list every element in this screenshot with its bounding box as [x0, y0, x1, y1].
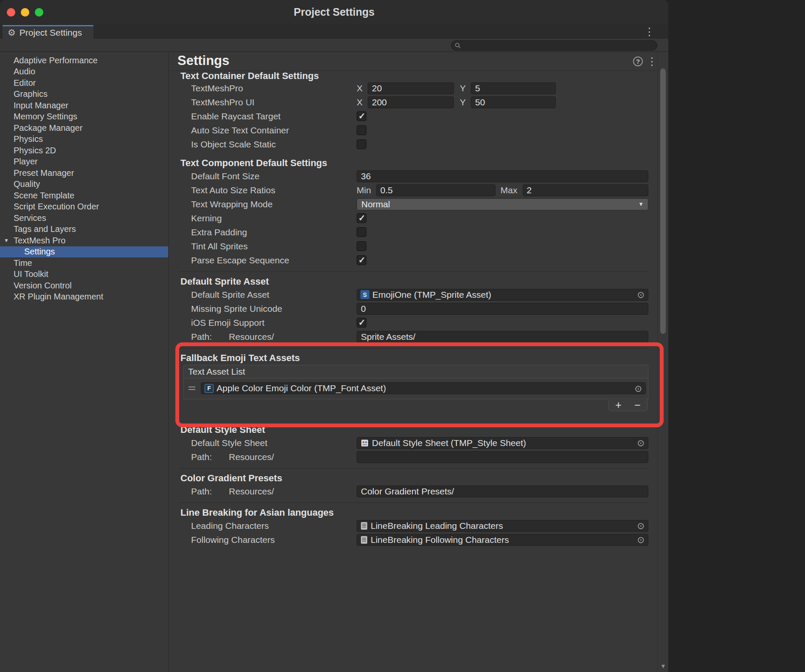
sidebar-item-memory-settings[interactable]: Memory Settings	[0, 111, 168, 123]
object-picker-icon[interactable]: ⊙	[633, 290, 645, 299]
vertical-scrollbar[interactable]: ▼	[657, 52, 668, 672]
sidebar-item-script-execution-order[interactable]: Script Execution Order	[0, 201, 168, 213]
sidebar-item-input-manager[interactable]: Input Manager	[0, 100, 168, 111]
section-divider	[169, 267, 657, 276]
text-asset-list: Text Asset List F Apple Color Emoji Colo…	[183, 365, 648, 411]
sprite-asset-path-field[interactable]: Sprite Assets/	[357, 331, 648, 343]
setting-label: Path: Resources/	[169, 486, 357, 497]
setting-row: Text Auto Size Ratios Min 0.5 Max 2	[169, 183, 657, 197]
textmeshpro-ui-x-field[interactable]: 200	[368, 96, 454, 108]
help-icon[interactable]: ?	[633, 56, 643, 66]
sidebar-item-adaptive-performance[interactable]: Adaptive Performance	[0, 55, 168, 66]
remove-button[interactable]: −	[628, 400, 647, 411]
sidebar-item-tags-and-layers[interactable]: Tags and Layers	[0, 224, 168, 235]
style-sheet-path-field[interactable]	[357, 451, 648, 463]
gear-icon: ⚙	[8, 28, 16, 37]
path-label: Path:	[191, 486, 229, 497]
default-style-sheet-object-field[interactable]: Default Style Sheet (TMP_Style Sheet) ⊙	[357, 437, 648, 449]
zoom-button[interactable]	[35, 8, 43, 17]
scroll-down-arrow-icon[interactable]: ▼	[660, 663, 666, 669]
object-picker-icon[interactable]: ⊙	[633, 535, 645, 544]
setting-row: iOS Emoji Support	[169, 316, 657, 330]
auto-size-max-field[interactable]: 2	[523, 184, 648, 196]
kerning-checkbox[interactable]	[357, 213, 366, 223]
missing-sprite-unicode-field[interactable]: 0	[357, 303, 648, 315]
minimize-button[interactable]	[21, 8, 29, 17]
sidebar-item-time[interactable]: Time	[0, 257, 168, 269]
drag-handle-icon[interactable]	[189, 385, 196, 392]
sidebar-item-graphics[interactable]: Graphics	[0, 89, 168, 100]
sidebar-item-package-manager[interactable]: Package Manager	[0, 122, 168, 134]
object-picker-icon[interactable]: ⊙	[633, 438, 645, 447]
default-font-size-field[interactable]: 36	[357, 170, 648, 182]
sidebar-item-preset-manager[interactable]: Preset Manager	[0, 167, 168, 179]
setting-row: TextMeshPro UI X 200 Y 50	[169, 95, 657, 109]
sidebar-item-physics[interactable]: Physics	[0, 134, 168, 145]
object-picker-icon[interactable]: ⊙	[631, 384, 642, 393]
parse-escape-sequence-checkbox[interactable]	[357, 255, 366, 265]
sidebar-item-audio[interactable]: Audio	[0, 66, 168, 78]
tab-strip: ⚙ Project Settings ⋮	[0, 24, 668, 39]
style-sheet-icon	[360, 439, 369, 447]
sidebar-item-version-control[interactable]: Version Control	[0, 280, 168, 291]
extra-padding-checkbox[interactable]	[357, 227, 366, 237]
setting-label: Tint All Sprites	[169, 241, 357, 251]
setting-row: Extra Padding	[169, 225, 657, 239]
fallback-font-asset-object-field[interactable]: F Apple Color Emoji Color (TMP_Font Asse…	[201, 382, 646, 394]
setting-row: Missing Sprite Unicode 0	[169, 302, 657, 316]
setting-label: Path: Resources/	[169, 452, 357, 462]
search-input[interactable]	[451, 40, 657, 51]
sidebar-item-scene-template[interactable]: Scene Template	[0, 190, 168, 201]
add-button[interactable]: +	[609, 400, 628, 411]
textmeshpro-ui-y-field[interactable]: 50	[471, 96, 556, 108]
sidebar-item-physics-2d[interactable]: Physics 2D	[0, 145, 168, 156]
close-button[interactable]	[7, 8, 15, 17]
sidebar-item-quality[interactable]: Quality	[0, 179, 168, 190]
textmeshpro-x-field[interactable]: 20	[368, 82, 454, 94]
color-gradient-path-field[interactable]: Color Gradient Presets/	[357, 486, 648, 497]
setting-label: Missing Sprite Unicode	[169, 304, 357, 314]
object-field-value: Default Style Sheet (TMP_Style Sheet)	[372, 438, 526, 448]
sidebar-item-editor[interactable]: Editor	[0, 77, 168, 89]
sidebar-item-player[interactable]: Player	[0, 156, 168, 168]
setting-row: Default Font Size 36	[169, 169, 657, 183]
setting-row: TextMeshPro X 20 Y 5	[169, 81, 657, 95]
setting-label: Default Font Size	[169, 171, 357, 181]
foldout-triangle-icon[interactable]: ▼	[4, 237, 9, 243]
setting-row: Leading Characters LineBreaking Leading …	[169, 519, 657, 533]
textmeshpro-y-field[interactable]: 5	[471, 82, 556, 94]
y-axis-label: Y	[460, 83, 466, 93]
setting-label: Extra Padding	[169, 227, 357, 237]
following-characters-object-field[interactable]: LineBreaking Following Characters ⊙	[357, 534, 648, 546]
list-footer: + −	[183, 399, 648, 411]
sidebar-item-textmesh-pro[interactable]: ▼ TextMesh Pro	[0, 235, 168, 246]
sidebar-item-settings[interactable]: Settings	[0, 246, 168, 258]
sprite-asset-icon: S	[360, 290, 369, 299]
sidebar-item-xr-plugin-management[interactable]: XR Plugin Management	[0, 291, 168, 303]
leading-characters-object-field[interactable]: LineBreaking Leading Characters ⊙	[357, 520, 648, 532]
kebab-menu-icon[interactable]: ⋮	[647, 56, 657, 67]
ios-emoji-support-checkbox[interactable]	[357, 318, 366, 328]
sidebar-item-label: TextMesh Pro	[14, 236, 65, 246]
default-sprite-asset-object-field[interactable]: S EmojiOne (TMP_Sprite Asset) ⊙	[357, 289, 648, 301]
tab-project-settings[interactable]: ⚙ Project Settings	[3, 25, 93, 39]
object-picker-icon[interactable]: ⊙	[633, 521, 645, 530]
kebab-menu-icon[interactable]: ⋮	[644, 26, 655, 37]
text-wrapping-mode-dropdown[interactable]: Normal ▼	[357, 198, 648, 210]
settings-panel-header: Settings ? ⋮	[169, 52, 668, 71]
list-buttons: + −	[608, 399, 647, 411]
section-divider	[169, 464, 657, 472]
sidebar-item-services[interactable]: Services	[0, 212, 168, 224]
is-object-scale-static-checkbox[interactable]	[357, 139, 366, 149]
tint-all-sprites-checkbox[interactable]	[357, 241, 366, 251]
setting-label: TextMeshPro	[169, 83, 357, 93]
auto-size-text-container-checkbox[interactable]	[357, 125, 366, 135]
setting-label: Text Wrapping Mode	[169, 199, 357, 209]
enable-raycast-target-checkbox[interactable]	[357, 111, 366, 121]
sidebar-item-ui-toolkit[interactable]: UI Toolkit	[0, 269, 168, 280]
auto-size-min-field[interactable]: 0.5	[376, 184, 495, 196]
search-strip	[0, 39, 668, 52]
setting-label: Auto Size Text Container	[169, 125, 357, 136]
path-prefix: Resources/	[229, 486, 274, 497]
scrollbar-thumb[interactable]	[660, 68, 666, 334]
